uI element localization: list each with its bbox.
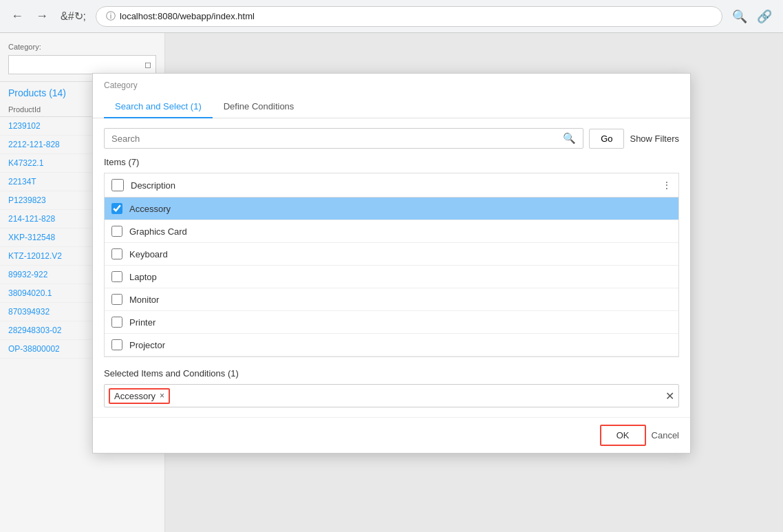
items-title: Items (7) [104,157,679,167]
item-checkbox[interactable] [111,248,122,259]
selected-bar: Accessory × ✕ [104,384,679,407]
item-checkbox[interactable] [111,226,122,237]
search-input[interactable] [111,134,559,144]
tab-search-and-select[interactable]: Search and Select (1) [104,96,213,118]
items-list: AccessoryGraphics CardKeyboardLaptopMoni… [105,198,678,357]
selected-title: Selected Items and Conditions (1) [104,368,679,379]
list-item[interactable]: Printer [105,311,678,334]
category-expand-icon: ◻ [144,60,151,70]
category-input[interactable]: ◻ [8,55,156,74]
selected-section: Selected Items and Conditions (1) Access… [104,368,679,407]
item-label: Accessory [129,204,171,214]
sort-icon: ⋮ [662,180,672,191]
dialog-body: 🔍 Go Show Filters Items (7) Description … [93,118,690,417]
item-checkbox[interactable] [111,317,122,328]
go-button[interactable]: Go [589,129,624,149]
browser-chrome: ← → &#↻; ⓘ localhost:8080/webapp/index.h… [0,0,783,33]
item-checkbox[interactable] [111,294,122,305]
main-layout: Category: ◻ Products (14) ProductId 1239… [0,33,783,532]
ok-button[interactable]: OK [600,425,646,446]
selected-tag: Accessory × [109,388,170,404]
item-label: Projector [129,340,165,350]
show-filters-button[interactable]: Show Filters [630,134,679,144]
list-item[interactable]: Monitor [105,288,678,311]
item-label: Printer [129,317,155,328]
dialog-tabs: Search and Select (1) Define Conditions [104,96,679,118]
address-bar[interactable]: ⓘ localhost:8080/webapp/index.html [96,6,722,27]
item-checkbox[interactable] [111,339,122,350]
refresh-button[interactable]: &#↻; [58,7,89,25]
tag-remove-icon[interactable]: × [160,391,164,401]
search-row: 🔍 Go Show Filters [104,128,679,149]
item-label: Graphics Card [129,226,187,237]
dialog-footer: OK Cancel [93,417,690,453]
browser-right-icons: 🔍 🔗 [729,6,775,27]
item-checkbox[interactable] [111,203,122,214]
header-checkbox[interactable] [111,179,124,191]
clear-selected-icon[interactable]: ✕ [665,390,674,403]
description-header: Description [131,180,662,191]
item-label: Keyboard [129,249,168,259]
items-table: Description ⋮ AccessoryGraphics CardKeyb… [104,173,679,357]
info-icon: ⓘ [106,10,116,23]
search-input-wrapper: 🔍 [104,128,583,149]
cancel-button[interactable]: Cancel [652,430,679,440]
list-item[interactable]: Keyboard [105,243,678,266]
zoom-button[interactable]: 🔍 [729,6,750,27]
share-button[interactable]: 🔗 [754,6,775,27]
item-checkbox[interactable] [111,271,122,282]
category-label: Category: [0,40,164,52]
tab-define-conditions[interactable]: Define Conditions [213,96,305,118]
list-item[interactable]: Accessory [105,198,678,220]
back-button[interactable]: ← [8,6,26,26]
list-item[interactable]: Projector [105,334,678,357]
forward-button[interactable]: → [33,6,51,26]
dialog-header: Category Search and Select (1) Define Co… [93,74,690,118]
category-dialog: Category Search and Select (1) Define Co… [92,73,691,454]
list-item[interactable]: Laptop [105,266,678,288]
items-table-header: Description ⋮ [105,173,678,198]
item-label: Monitor [129,295,159,305]
search-icon: 🔍 [563,132,576,145]
list-item[interactable]: Graphics Card [105,220,678,243]
dialog-title: Category [104,81,679,90]
url-text: localhost:8080/webapp/index.html [120,11,255,21]
selected-tags: Accessory × [109,388,663,404]
selected-tag-label: Accessory [114,391,155,401]
item-label: Laptop [129,272,157,282]
